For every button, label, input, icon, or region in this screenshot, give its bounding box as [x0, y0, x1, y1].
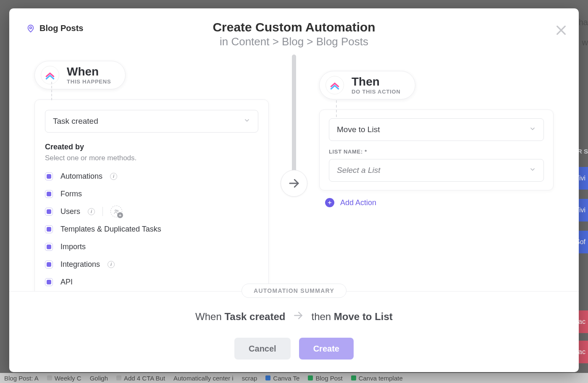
trigger-select[interactable]: Task created	[45, 110, 258, 133]
list-select[interactable]: Select a List	[329, 159, 544, 182]
close-icon	[554, 23, 568, 37]
method-label: Forms	[60, 190, 82, 198]
trigger-select-value: Task created	[53, 117, 98, 126]
created-by-help: Select one or more methods.	[45, 154, 258, 162]
close-button[interactable]	[554, 23, 568, 37]
clickup-logo-icon	[326, 76, 344, 94]
method-label: Imports	[60, 242, 86, 251]
checkbox[interactable]	[45, 261, 53, 268]
method-row[interactable]: API	[45, 273, 258, 291]
when-pill-subtitle: THIS HAPPENS	[67, 78, 111, 85]
modal-title: Create Custom Automation	[26, 20, 562, 34]
checkbox[interactable]	[45, 208, 53, 216]
summary-line: When Task created then Move to List	[9, 310, 579, 323]
when-panel: Task created Created by Select one or mo…	[34, 99, 269, 291]
add-action-button[interactable]: Add Action	[325, 198, 554, 207]
method-label: Automations	[60, 172, 102, 181]
method-row[interactable]: Usersi +	[45, 203, 258, 220]
then-pill-subtitle: DO THIS ACTION	[352, 89, 401, 95]
method-label: Users	[60, 207, 80, 216]
checkbox[interactable]	[45, 172, 53, 180]
svg-point-4	[115, 210, 116, 211]
when-column: When THIS HAPPENS Task created Created b…	[9, 52, 294, 291]
method-row[interactable]: Automationsi	[45, 167, 258, 185]
method-row[interactable]: Imports	[45, 238, 258, 255]
bg-tab: Blog Post: A	[0, 375, 43, 382]
automation-summary: AUTOMATION SUMMARY When Task created the…	[9, 291, 579, 372]
summary-pill: AUTOMATION SUMMARY	[242, 284, 346, 298]
action-select[interactable]: Move to List	[329, 118, 544, 141]
then-pill: Then DO THIS ACTION	[319, 71, 415, 99]
method-label: Integrations	[60, 260, 100, 269]
bg-tab: Canva Te	[261, 375, 304, 382]
modal-header: Blog Posts Create Custom Automation in C…	[9, 8, 579, 52]
add-people-button[interactable]: +	[110, 206, 122, 217]
add-action-label: Add Action	[340, 198, 376, 207]
then-pill-title: Then	[352, 76, 401, 88]
modal-body: When THIS HAPPENS Task created Created b…	[9, 52, 579, 291]
bg-tab: Blog Post	[304, 375, 346, 382]
action-select-value: Move to List	[337, 125, 380, 134]
bg-tab: scrap	[238, 375, 262, 382]
when-pill-title: When	[67, 65, 111, 78]
bg-bottom-bar: Blog Post: A Weekly C Goligh Add 4 CTA B…	[0, 373, 588, 383]
create-button[interactable]: Create	[299, 338, 354, 360]
bg-tab: Canva template	[347, 375, 407, 382]
method-row[interactable]: Templates & Duplicated Tasks	[45, 220, 258, 238]
chevron-down-icon	[244, 117, 250, 126]
automation-modal: Blog Posts Create Custom Automation in C…	[9, 8, 579, 372]
then-column: Then DO THIS ACTION Move to List LIST NA…	[294, 52, 579, 291]
method-label: API	[60, 278, 73, 287]
then-panel: Move to List LIST NAME: * Select a List	[319, 109, 554, 190]
created-by-label: Created by	[45, 143, 258, 151]
info-icon[interactable]: i	[110, 173, 117, 180]
plus-circle-icon	[325, 198, 334, 207]
info-icon[interactable]: i	[88, 208, 95, 215]
separator	[102, 207, 103, 216]
bg-tab: Weekly C	[43, 375, 86, 382]
chevron-down-icon	[529, 125, 536, 134]
svg-point-5	[117, 210, 118, 211]
method-row[interactable]: Integrationsi	[45, 255, 258, 273]
checkbox[interactable]	[45, 278, 53, 286]
bg-text: w	[582, 38, 588, 47]
checkbox[interactable]	[45, 190, 53, 198]
checkbox[interactable]	[45, 225, 53, 233]
bg-tab: Automatically center i	[169, 375, 238, 382]
method-label: Templates & Duplicated Tasks	[60, 225, 161, 234]
location-label: Blog Posts	[39, 23, 83, 33]
clickup-logo-icon	[41, 66, 59, 84]
arrow-right-icon	[293, 310, 304, 323]
list-select-placeholder: Select a List	[337, 166, 381, 175]
breadcrumb: in Content > Blog > Blog Posts	[26, 35, 562, 48]
chevron-down-icon	[529, 166, 536, 175]
cancel-button[interactable]: Cancel	[234, 338, 291, 360]
list-name-label: LIST NAME: *	[329, 149, 544, 155]
when-pill: When THIS HAPPENS	[34, 61, 126, 89]
method-row[interactable]: Forms	[45, 185, 258, 203]
info-icon[interactable]: i	[108, 261, 115, 268]
bg-tab: Goligh	[86, 375, 112, 382]
bg-tab: Add 4 CTA But	[112, 375, 169, 382]
svg-point-0	[30, 26, 32, 29]
location-icon	[26, 24, 35, 33]
checkbox[interactable]	[45, 243, 53, 251]
location-chip[interactable]: Blog Posts	[26, 23, 83, 33]
